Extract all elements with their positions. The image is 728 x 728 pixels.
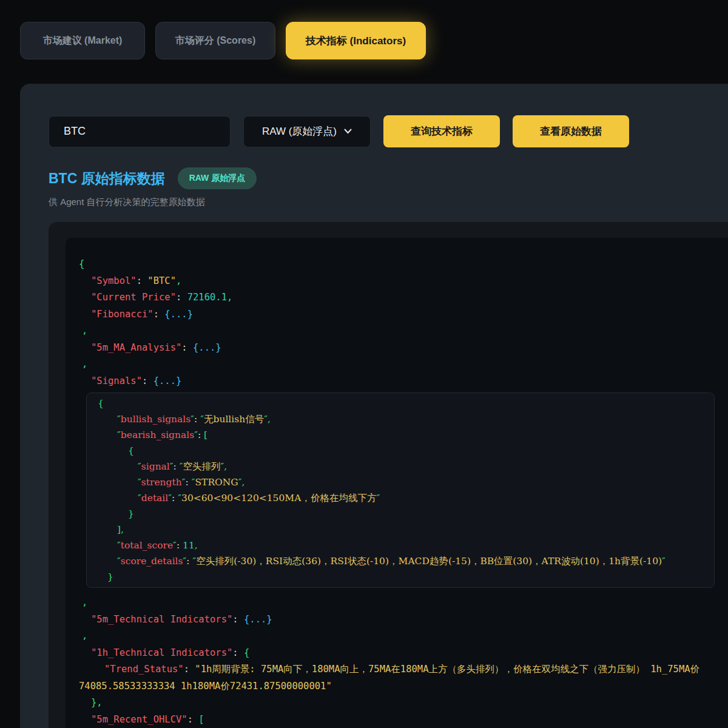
symbol-input[interactable]: [49, 116, 231, 147]
code-line: ″total_score″: 11,: [96, 538, 704, 553]
result-subtitle: 供 Agent 自行分析决策的完整原始数据: [49, 197, 205, 208]
code-line: ″bullish_signals″: ″无bullish信号″,: [96, 411, 704, 427]
code-line: "5m_Technical Indicators": {...}: [79, 612, 720, 629]
raw-mode-badge: RAW 原始浮点: [178, 167, 257, 189]
code-line: }: [96, 569, 704, 585]
query-indicators-button[interactable]: 查询技术指标: [383, 115, 500, 147]
tab-indicators[interactable]: 技术指标 (Indicators): [286, 22, 426, 59]
code-line: "Symbol": "BTC",: [79, 273, 720, 290]
tab-scores[interactable]: 市场评分 (Scores): [155, 22, 275, 59]
tab-market[interactable]: 市场建议 (Market): [20, 22, 145, 59]
code-line: "5m_Recent_OHLCV": [: [79, 712, 720, 728]
code-line: {: [79, 256, 720, 273]
code-line: "Trend_Status": "1h周期背景: 75MA向下，180MA向上，…: [79, 661, 720, 695]
code-line: ,: [79, 323, 720, 340]
code-line: ″bearish_signals″: [: [96, 427, 704, 443]
code-line: "Signals": {...}: [79, 373, 720, 390]
result-title: BTC 原始指标数据: [49, 169, 165, 188]
code-line: ″detail″: ″30<60<90<120<150MA，价格在均线下方″: [96, 490, 704, 506]
code-line: {: [96, 443, 704, 459]
query-controls: RAW (原始浮点) 查询技术指标 查看原始数据: [49, 115, 629, 147]
raw-json-code-block: {"Symbol": "BTC","Current Price": 72160.…: [66, 238, 728, 728]
view-raw-data-button[interactable]: 查看原始数据: [513, 115, 629, 147]
code-line: ″score_details″: ″空头排列(-30)，RSI动态(36)，RS…: [96, 553, 704, 569]
code-panel: {"Symbol": "BTC","Current Price": 72160.…: [49, 222, 728, 728]
code-lines-top: {"Symbol": "BTC","Current Price": 72160.…: [79, 256, 720, 389]
code-lines-bottom: ,"5m_Technical Indicators": {...},"1h_Te…: [79, 595, 720, 728]
mode-select-value: RAW (原始浮点): [262, 124, 337, 138]
code-line: "Fibonacci": {...}: [79, 306, 720, 323]
code-line: }: [96, 506, 704, 522]
code-line: "Current Price": 72160.1,: [79, 289, 720, 306]
code-line: {: [96, 396, 704, 411]
tab-bar: 市场建议 (Market) 市场评分 (Scores) 技术指标 (Indica…: [20, 22, 426, 59]
code-line: ″strength″: ″STRONG″,: [96, 474, 704, 490]
result-header: BTC 原始指标数据 RAW 原始浮点: [49, 167, 257, 189]
code-line: },: [79, 695, 720, 712]
signals-sub-block: {″bullish_signals″: ″无bullish信号″,″bearis…: [86, 393, 715, 588]
code-line: ″signal″: ″空头排列″,: [96, 459, 704, 474]
code-line: ,: [79, 356, 720, 373]
code-line: ,: [79, 628, 720, 645]
code-line: "5m_MA_Analysis": {...}: [79, 340, 720, 357]
code-line: ,: [79, 595, 720, 612]
code-line: ],: [96, 522, 704, 538]
indicators-panel: RAW (原始浮点) 查询技术指标 查看原始数据 BTC 原始指标数据 RAW …: [20, 84, 728, 728]
chevron-down-icon: [344, 129, 352, 134]
code-line: "1h_Technical Indicators": {: [79, 645, 720, 662]
mode-select[interactable]: RAW (原始浮点): [243, 116, 371, 147]
